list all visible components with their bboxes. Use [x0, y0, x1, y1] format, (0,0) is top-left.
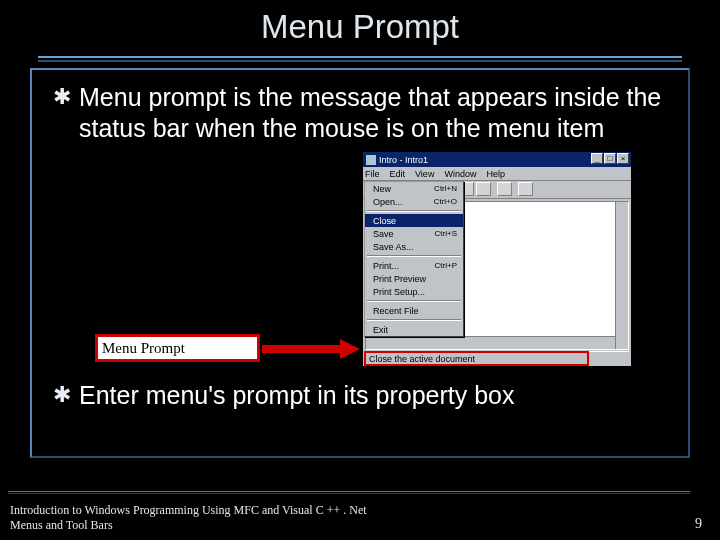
bullet-1: ✱ Menu prompt is the message that appear… [53, 82, 673, 145]
bullet-2: ✱ Enter menu's prompt in its property bo… [53, 380, 693, 411]
menu-separator [367, 255, 461, 257]
menu-help[interactable]: Help [486, 169, 505, 179]
menu-item-open[interactable]: Open...Ctrl+O [365, 195, 463, 208]
footer: Introduction to Windows Programming Usin… [10, 503, 440, 532]
toolbar-button[interactable] [497, 182, 512, 196]
menu-item-saveas[interactable]: Save As... [365, 240, 463, 253]
menu-file[interactable]: File [365, 169, 380, 179]
callout-box: Menu Prompt [95, 334, 260, 362]
bullet-icon: ✱ [53, 383, 71, 407]
menu-separator [367, 210, 461, 212]
menu-item-new[interactable]: NewCtrl+N [365, 182, 463, 195]
file-dropdown[interactable]: NewCtrl+N Open...Ctrl+O Close SaveCtrl+S… [364, 181, 464, 337]
minimize-button[interactable]: _ [591, 153, 603, 164]
app-icon [366, 155, 376, 165]
app-window: Intro - Intro1 _ □ × File Edit View Wind… [362, 151, 632, 367]
bullet-icon: ✱ [53, 85, 71, 109]
arrow-icon [262, 343, 362, 355]
maximize-button[interactable]: □ [604, 153, 616, 164]
menu-view[interactable]: View [415, 169, 434, 179]
footer-line-1: Introduction to Windows Programming Usin… [10, 503, 440, 517]
slide-title: Menu Prompt [0, 8, 720, 46]
menu-window[interactable]: Window [444, 169, 476, 179]
toolbar-button[interactable] [518, 182, 533, 196]
footer-line-2: Menus and Tool Bars [10, 518, 440, 532]
status-text: Close the active document [369, 354, 475, 364]
menu-item-close[interactable]: Close [365, 214, 463, 227]
slide: Menu Prompt ✱ Menu prompt is the message… [0, 0, 720, 540]
toolbar-button[interactable] [476, 182, 491, 196]
menu-item-print[interactable]: Print...Ctrl+P [365, 259, 463, 272]
menu-item-recent[interactable]: Recent File [365, 304, 463, 317]
menu-separator [367, 300, 461, 302]
horizontal-scrollbar[interactable] [366, 336, 615, 349]
vertical-scrollbar[interactable] [615, 202, 628, 349]
menubar[interactable]: File Edit View Window Help [363, 167, 631, 181]
title-underline [38, 56, 682, 62]
menu-separator [367, 319, 461, 321]
menu-item-printpreview[interactable]: Print Preview [365, 272, 463, 285]
bullet-2-text: Enter menu's prompt in its property box [79, 380, 515, 411]
menu-item-exit[interactable]: Exit [365, 323, 463, 336]
page-number: 9 [695, 516, 702, 532]
bullet-1-text: Menu prompt is the message that appears … [79, 82, 673, 145]
footer-underline [8, 491, 690, 494]
menu-edit[interactable]: Edit [390, 169, 406, 179]
status-bar: Close the active document [365, 351, 629, 365]
menu-item-printsetup[interactable]: Print Setup... [365, 285, 463, 298]
menu-item-save[interactable]: SaveCtrl+S [365, 227, 463, 240]
close-button[interactable]: × [617, 153, 629, 164]
window-title: Intro - Intro1 [379, 155, 428, 165]
window-titlebar: Intro - Intro1 _ □ × [363, 152, 631, 167]
callout-label: Menu Prompt [102, 340, 185, 357]
